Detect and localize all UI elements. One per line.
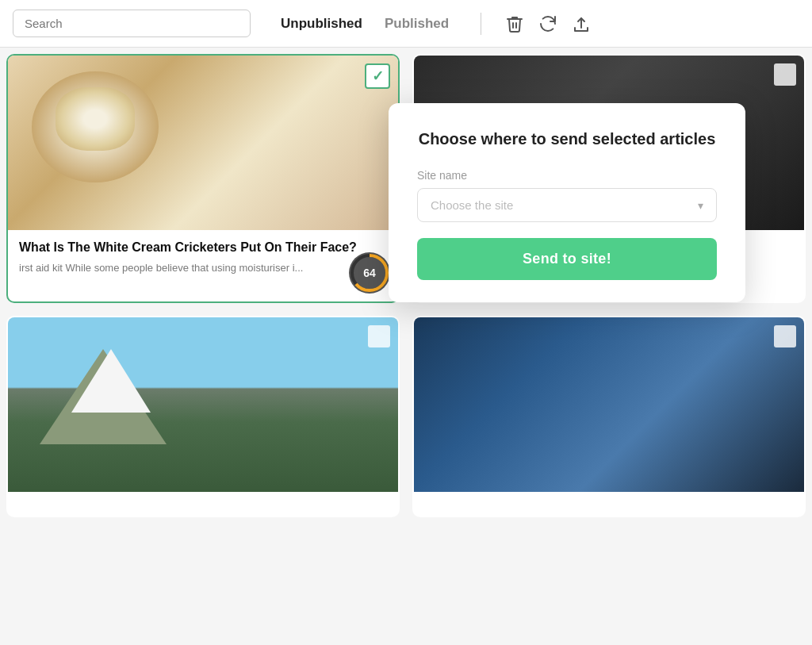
site-select-dropdown[interactable]: Choose the site ▾: [417, 188, 717, 222]
send-to-site-popup: Choose where to send selected articles S…: [389, 103, 745, 302]
popup-title: Choose where to send selected articles: [417, 129, 717, 150]
chevron-down-icon: ▾: [698, 199, 703, 212]
site-name-label: Site name: [417, 169, 717, 182]
site-select-placeholder: Choose the site: [431, 198, 513, 212]
send-to-site-button[interactable]: Send to site!: [417, 238, 717, 280]
popup-overlay: Choose where to send selected articles S…: [0, 0, 812, 645]
